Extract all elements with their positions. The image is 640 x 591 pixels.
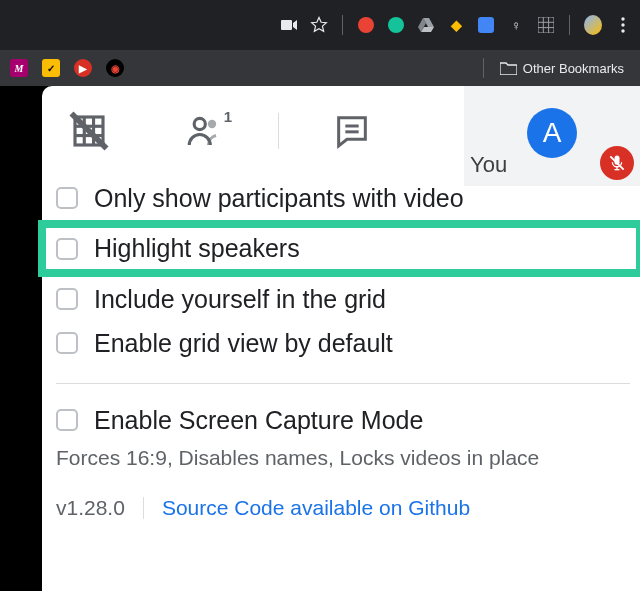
ext-superman-icon[interactable]: ◆: [447, 16, 465, 34]
svg-point-15: [194, 118, 205, 129]
option-screen-capture[interactable]: Enable Screen Capture Mode: [56, 398, 630, 442]
option-label: Enable grid view by default: [94, 329, 393, 358]
option-label: Highlight speakers: [94, 234, 300, 263]
svg-point-6: [621, 17, 624, 20]
bookmark-item-4[interactable]: ◉: [106, 59, 124, 77]
checkbox-icon[interactable]: [56, 238, 78, 260]
bookmark-item-3[interactable]: ▶: [74, 59, 92, 77]
participants-icon[interactable]: 1: [182, 108, 228, 154]
browser-extension-bar: ◆ ♀: [0, 0, 640, 50]
browser-menu-icon[interactable]: [614, 16, 632, 34]
svg-point-16: [208, 120, 216, 128]
avatar-initial: A: [543, 117, 562, 149]
footer-separator: [143, 497, 144, 519]
option-label: Include yourself in the grid: [94, 285, 386, 314]
checkbox-icon[interactable]: [56, 409, 78, 431]
ext-red-icon[interactable]: [357, 16, 375, 34]
grid-off-icon[interactable]: [66, 108, 112, 154]
checkbox-icon[interactable]: [56, 288, 78, 310]
option-enable-default[interactable]: Enable grid view by default: [56, 321, 630, 365]
ext-grid-icon[interactable]: [537, 16, 555, 34]
svg-point-8: [621, 29, 624, 32]
avatar: A: [527, 108, 577, 158]
option-subtext: Forces 16:9, Disables names, Locks video…: [56, 446, 630, 470]
toolbar-separator: [342, 15, 343, 35]
option-include-yourself[interactable]: Include yourself in the grid: [56, 277, 630, 321]
option-highlight-speakers[interactable]: Highlight speakers: [42, 224, 640, 273]
tab-separator: [278, 113, 279, 149]
self-view-tile[interactable]: A You: [464, 86, 640, 186]
ext-grammarly-icon[interactable]: [387, 16, 405, 34]
chat-icon[interactable]: [329, 108, 375, 154]
svg-line-14: [72, 114, 107, 149]
bookmarks-bar: M ✓ ▶ ◉ Other Bookmarks: [0, 50, 640, 86]
svg-rect-0: [281, 20, 292, 30]
ext-blue-icon[interactable]: [477, 16, 495, 34]
toolbar-separator: [569, 15, 570, 35]
mute-button[interactable]: [600, 146, 634, 180]
other-bookmarks-folder[interactable]: Other Bookmarks: [494, 57, 630, 80]
divider: [56, 383, 630, 384]
checkbox-icon[interactable]: [56, 332, 78, 354]
ext-bulb-icon[interactable]: ♀: [507, 16, 525, 34]
source-code-link[interactable]: Source Code available on Github: [162, 496, 470, 520]
other-bookmarks-label: Other Bookmarks: [523, 61, 624, 76]
self-label: You: [470, 152, 507, 178]
version-label: v1.28.0: [56, 496, 125, 520]
bookmark-item-1[interactable]: M: [10, 59, 28, 77]
option-label: Only show participants with video: [94, 184, 464, 213]
svg-point-7: [621, 23, 624, 26]
panel-footer: v1.28.0 Source Code available on Github: [56, 496, 630, 520]
star-icon[interactable]: [310, 16, 328, 34]
option-label: Enable Screen Capture Mode: [94, 406, 423, 435]
svg-rect-1: [538, 17, 554, 33]
ext-drive-icon[interactable]: [417, 16, 435, 34]
bookmark-item-2[interactable]: ✓: [42, 59, 60, 77]
profile-avatar-icon[interactable]: [584, 16, 602, 34]
mic-off-icon: [607, 153, 627, 173]
checkbox-icon[interactable]: [56, 187, 78, 209]
camera-icon[interactable]: [280, 16, 298, 34]
folder-icon: [500, 61, 517, 75]
bookmarks-separator: [483, 58, 484, 78]
